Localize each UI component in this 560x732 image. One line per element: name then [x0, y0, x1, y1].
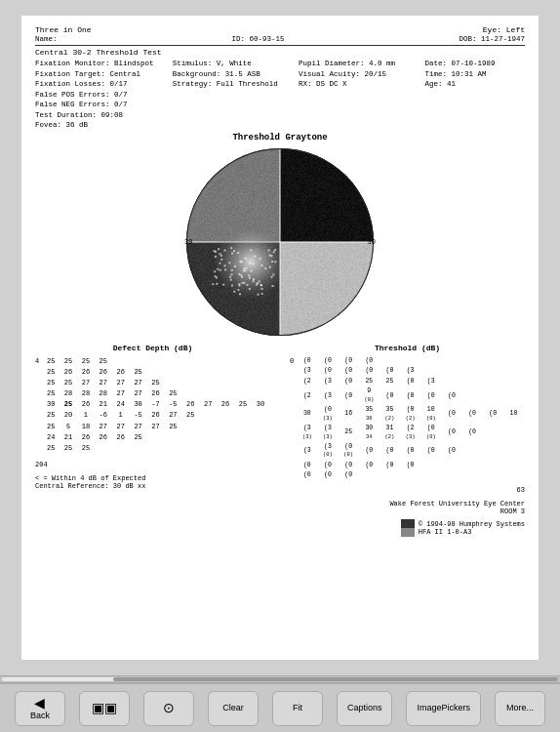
graytone-canvas — [182, 144, 378, 340]
dob-label: DOB: 11-27-1947 — [459, 35, 525, 43]
graytone-area: 30 30 — [35, 144, 525, 340]
back-label: Back — [30, 712, 50, 720]
fit-button[interactable]: Fit — [272, 691, 323, 726]
scroll-area[interactable] — [0, 675, 560, 683]
doc-top-right: Eye: Left — [483, 25, 525, 34]
threshold-num-63: 63 — [290, 486, 525, 494]
captions-button[interactable]: Captions — [337, 691, 393, 726]
central-ref: Central Reference: 30 dB xx — [35, 482, 270, 490]
main-content: Three in One Eye: Left Name: ID: 60-93-1… — [0, 0, 560, 675]
fovea-value: Fovea: 36 dB — [35, 121, 525, 129]
test-duration: Test Duration: 09:08 — [35, 110, 169, 121]
brand-icon — [401, 519, 415, 537]
fixation-monitor: Fixation Monitor: Blindspot — [35, 59, 169, 69]
document-page: Three in One Eye: Left Name: ID: 60-93-1… — [21, 16, 539, 660]
threshold-title: Threshold (dB) — [290, 344, 525, 352]
false-pos: False POS Errors: 0/7 — [35, 90, 169, 101]
brand-box: © 1994-98 Humphrey Systems HFA II 1-0-A3 — [401, 519, 525, 537]
defect-num-4: 4 — [35, 357, 39, 365]
more-label: More... — [506, 704, 534, 712]
name-label: Name: — [35, 35, 58, 43]
defect-title: Defect Depth (dB) — [35, 344, 270, 352]
back-button[interactable]: ◀ Back — [15, 691, 65, 726]
legend-text: < = Within 4 dB of Expected — [35, 474, 270, 482]
more-button[interactable]: More... — [495, 691, 545, 726]
defect-section: Defect Depth (dB) 4 25252525 25262626262… — [35, 344, 270, 515]
stimulus: Stimulus: V, White — [173, 59, 295, 69]
threshold-table: (0(0(0(0 (3(0(0(0(0(3 (2(3(02525(0(3 (2(… — [296, 355, 525, 482]
brand-icon-bottom — [401, 528, 415, 537]
date: Date: 07-10-1989 — [424, 59, 525, 69]
id-label: ID: 60-93-15 — [231, 35, 284, 43]
tools-icon: ▣▣ — [92, 701, 117, 714]
label-30-right: 30 — [368, 238, 376, 246]
camera-button[interactable]: ⊙ — [143, 691, 194, 726]
threshold-num-0: 0 — [290, 357, 294, 365]
camera-icon: ⊙ — [163, 701, 175, 714]
visual-acuity: Visual Acuity: 20/15 — [299, 69, 420, 80]
false-neg: False NEG Errors: 0/7 — [35, 100, 169, 110]
brand-text: © 1994-98 Humphrey Systems HFA II 1-0-A3 — [419, 520, 525, 536]
brand-footer: © 1994-98 Humphrey Systems HFA II 1-0-A3 — [35, 519, 525, 537]
clear-label: Clear — [222, 704, 244, 712]
time: Time: 10:31 AM — [424, 69, 525, 80]
divider-1 — [35, 45, 525, 46]
fit-label: Fit — [293, 704, 302, 712]
doc-top-left: Three in One — [35, 25, 92, 34]
room: ROOM 3 — [290, 508, 525, 515]
defect-table: 25252525 252626262625 25252727272725 252… — [41, 355, 270, 455]
strategy: Strategy: Full Threshold — [173, 79, 295, 90]
captions-label: Captions — [347, 704, 382, 712]
rx: RX: DS DC X — [299, 79, 420, 90]
doc-header: Three in One Eye: Left — [35, 25, 525, 34]
image-pickers-button[interactable]: ImagePickers — [406, 691, 481, 726]
defect-num-204: 204 — [35, 461, 270, 468]
test-title: Central 30-2 Threshold Test — [35, 48, 525, 57]
clear-button[interactable]: Clear — [208, 691, 259, 726]
institution: Wake Forest University Eye Center — [290, 500, 525, 508]
scroll-track[interactable] — [2, 677, 558, 681]
back-icon: ◀ — [34, 696, 45, 710]
toolbar: ◀ Back ▣▣ ⊙ Clear Fit Captions ImagePick… — [0, 683, 560, 732]
fixation-target: Fixation Target: Central — [35, 69, 169, 80]
brand-line1: © 1994-98 Humphrey Systems — [419, 520, 525, 528]
brand-line2: HFA II 1-0-A3 — [419, 528, 525, 536]
background: Background: 31.5 ASB — [173, 69, 295, 80]
fixation-losses: Fixation Losses: 0/17 — [35, 79, 169, 90]
label-30-left: 30 — [184, 238, 192, 246]
age: Age: 41 — [424, 79, 525, 90]
threshold-section: Threshold (dB) 0 (0(0(0(0 (3(0(0(0(0(3 (… — [290, 344, 525, 515]
image-pickers-label: ImagePickers — [417, 704, 470, 712]
pupil-diameter: Pupil Diameter: 4.0 mm — [299, 59, 420, 69]
graytone-circle: 30 30 — [182, 144, 378, 340]
brand-icon-top — [401, 519, 415, 528]
scroll-thumb[interactable] — [113, 677, 558, 681]
tools-button[interactable]: ▣▣ — [79, 691, 130, 726]
graytone-title: Threshold Graytone — [35, 133, 525, 142]
bottom-sections: Defect Depth (dB) 4 25252525 25262626262… — [35, 344, 525, 515]
